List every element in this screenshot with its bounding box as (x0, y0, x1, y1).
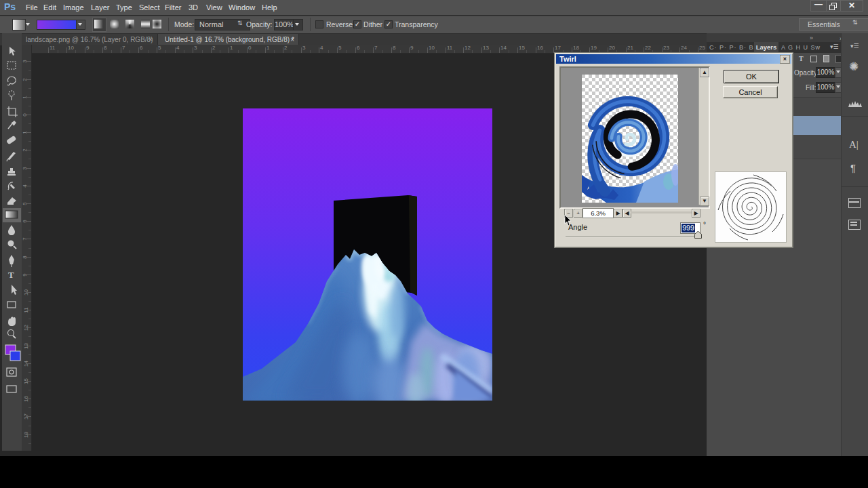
svg-text:T: T (8, 270, 14, 280)
